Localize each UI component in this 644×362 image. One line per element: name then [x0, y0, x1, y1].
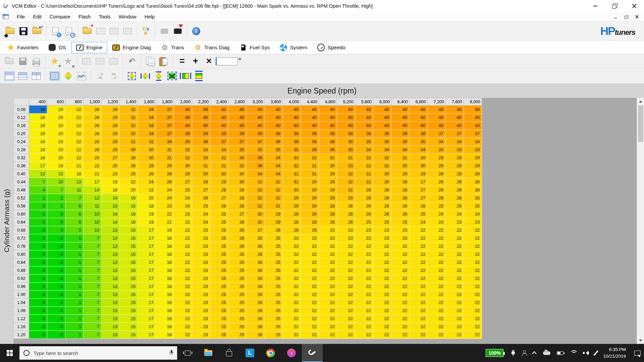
table-cell[interactable]: 13 [102, 234, 120, 242]
taskbar-search[interactable]: Type here to search [19, 346, 177, 360]
table-cell[interactable]: 24 [174, 194, 192, 202]
undo-icon[interactable]: ↶ [125, 55, 139, 68]
table-cell[interactable]: 32 [228, 162, 247, 170]
table-cell[interactable]: 26 [283, 226, 301, 234]
table-cell[interactable]: 40 [319, 122, 337, 130]
table-cell[interactable]: 1 [65, 299, 84, 307]
table-cell[interactable]: 21 [84, 170, 102, 178]
col-header-4400[interactable]: 4,400 [301, 98, 319, 106]
table-cell[interactable]: 13 [102, 275, 120, 283]
store-button[interactable] [219, 344, 239, 362]
table-cell[interactable]: -3 [47, 250, 65, 258]
menu-compare[interactable]: Compare [46, 13, 74, 20]
table-cell[interactable]: 36 [319, 146, 337, 154]
row-header-0.48[interactable]: 0.48 [14, 186, 29, 194]
table-cell[interactable]: 1 [65, 315, 84, 323]
table-cell[interactable]: 7 [29, 178, 47, 186]
table-cell[interactable]: 1 [29, 194, 47, 202]
table-cell[interactable]: -3 [29, 283, 47, 291]
table-cell[interactable]: 1 [65, 307, 84, 315]
table-cell[interactable]: 22 [355, 323, 373, 331]
table-cell[interactable]: 29 [265, 210, 283, 218]
table-cell[interactable]: 29 [102, 106, 120, 114]
table-cell[interactable]: 17 [138, 266, 156, 275]
table-cell[interactable]: 23 [391, 234, 410, 242]
table-cell[interactable]: 10 [84, 210, 102, 218]
table-cell[interactable]: 27 [410, 186, 428, 194]
table-cell[interactable]: 40 [391, 106, 410, 114]
paste-icon[interactable] [157, 55, 170, 68]
table-cell[interactable]: 27 [247, 226, 265, 234]
table-cell[interactable]: 26 [337, 202, 355, 210]
table-cell[interactable]: 13 [102, 202, 120, 210]
table-cell[interactable]: 22 [337, 315, 355, 323]
table-cell[interactable]: 30 [410, 154, 428, 162]
table-cell[interactable]: 40 [337, 122, 355, 130]
power-plug-icon[interactable] [511, 350, 515, 356]
add-favorite-icon[interactable]: + [48, 55, 61, 68]
table-cell[interactable]: 7 [84, 250, 102, 258]
table-cell[interactable]: 18 [156, 299, 174, 307]
table-cell[interactable]: 23 [355, 226, 373, 234]
table-cell[interactable]: 32 [174, 146, 192, 154]
table-cell[interactable]: 25 [210, 315, 228, 323]
table-cell[interactable]: 7 [84, 242, 102, 250]
table-cell[interactable]: 7 [84, 266, 102, 275]
table-cell[interactable]: 17 [138, 291, 156, 299]
table-cell[interactable]: 22 [319, 323, 337, 331]
table-cell[interactable]: 34 [446, 138, 464, 146]
table-cell[interactable]: 17 [138, 331, 156, 339]
table-cell[interactable]: 30 [228, 170, 247, 178]
table-cell[interactable]: 40 [428, 122, 446, 130]
table-cell[interactable]: 22 [174, 250, 192, 258]
table-cell[interactable]: 18 [138, 202, 156, 210]
table-cell[interactable]: 1 [47, 202, 65, 210]
table-cell[interactable]: 13 [102, 323, 120, 331]
table-cell[interactable]: 22 [174, 258, 192, 266]
table-cell[interactable]: 22 [410, 275, 428, 283]
table-cell[interactable]: 32 [120, 122, 138, 130]
table-cell[interactable]: 18 [156, 323, 174, 331]
table-cell[interactable]: 40 [301, 106, 319, 114]
table-cell[interactable]: 22 [65, 154, 84, 162]
table-cell[interactable]: 26 [337, 210, 355, 218]
table-cell[interactable]: 22 [301, 242, 319, 250]
table-cell[interactable]: 30 [247, 218, 265, 226]
table-cell[interactable]: 17 [138, 315, 156, 323]
scroll-down-arrow[interactable] [637, 337, 644, 344]
table-cell[interactable]: 40 [174, 122, 192, 130]
table-cell[interactable]: 40 [410, 106, 428, 114]
table-cell[interactable]: 16 [120, 218, 138, 226]
table-cell[interactable]: 20 [138, 194, 156, 202]
table-cell[interactable]: 22 [65, 130, 84, 138]
table-cell[interactable]: 28 [319, 210, 337, 218]
pen-icon[interactable] [594, 350, 599, 356]
table-cell[interactable]: 40 [283, 122, 301, 130]
col-header-4000[interactable]: 4,000 [283, 98, 301, 106]
menu-edit[interactable]: Edit [29, 13, 46, 20]
add-value-button[interactable]: + [189, 55, 202, 68]
table-cell[interactable]: 22 [373, 258, 391, 266]
table-cell[interactable]: 22 [337, 242, 355, 250]
table-cell[interactable]: 17 [138, 299, 156, 307]
minimize-button[interactable] [586, 0, 605, 12]
table-cell[interactable]: 17 [138, 258, 156, 266]
table-cell[interactable]: 26 [84, 146, 102, 154]
table-cell[interactable]: 31 [319, 154, 337, 162]
table-cell[interactable]: 30 [410, 162, 428, 170]
table-cell[interactable]: 25 [373, 218, 391, 226]
table-cell[interactable]: 22 [373, 250, 391, 258]
table-cell[interactable]: 25 [265, 283, 283, 291]
surface-rows-icon[interactable] [152, 69, 165, 83]
table-cell[interactable]: 22 [337, 323, 355, 331]
table-cell[interactable]: 22 [283, 291, 301, 299]
table-cell[interactable]: 34 [373, 146, 391, 154]
table-cell[interactable]: 22 [337, 331, 355, 339]
table-cell[interactable]: 22 [410, 258, 428, 266]
table-cell[interactable]: 30 [247, 210, 265, 218]
table-cell[interactable]: 22 [464, 250, 482, 258]
table-cell[interactable]: -3 [47, 275, 65, 283]
table-cell[interactable]: 25 [265, 242, 283, 250]
table-cell[interactable]: 30 [138, 154, 156, 162]
table-cell[interactable]: 40 [174, 114, 192, 122]
